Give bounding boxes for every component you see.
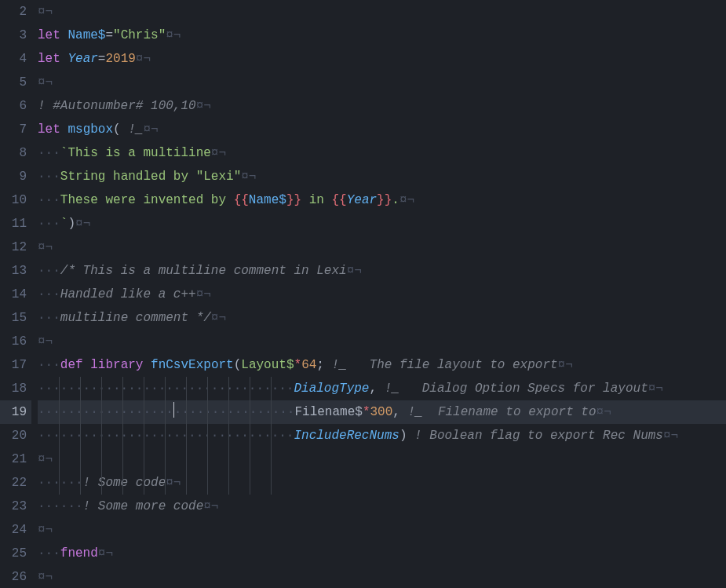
ws-token: ¤¬ xyxy=(38,240,53,254)
var-i-token: IncludeRecNums xyxy=(294,429,399,443)
code-line[interactable]: ······! Some more code¤¬ xyxy=(38,495,726,518)
kw-token: let xyxy=(38,28,60,42)
ws-token: ··· xyxy=(38,311,60,325)
line-number: 2 xyxy=(0,0,31,24)
plain-token xyxy=(143,358,151,372)
line-number: 25 xyxy=(0,542,31,565)
code-line[interactable]: ···fnend¤¬ xyxy=(38,542,726,565)
plain-token xyxy=(60,52,68,66)
code-line[interactable]: ···These were invented by {{Name$}} in {… xyxy=(38,188,726,212)
code-line[interactable]: ···def library fnCsvExport(Layout$*64; !… xyxy=(38,353,726,377)
plain-token xyxy=(60,122,68,137)
kw-token: let xyxy=(38,122,60,137)
num-token: 64 xyxy=(301,358,316,372)
ws-token: ·································· xyxy=(38,382,294,396)
cmt-bang-token: !_ The file layout to export xyxy=(332,358,558,372)
code-editor[interactable]: 2345678910111213141516171819202122232425… xyxy=(0,0,726,588)
ws-token: ¤¬ xyxy=(196,99,211,113)
code-line[interactable]: ···/* This is a multiline comment in Lex… xyxy=(38,259,726,283)
code-line[interactable]: ! #Autonumber# 100,10¤¬ xyxy=(38,94,726,118)
plain-token: ( xyxy=(113,122,128,137)
line-number: 6 xyxy=(0,94,31,118)
kw-token: def xyxy=(60,358,83,372)
code-line[interactable]: ¤¬ xyxy=(38,330,726,353)
code-line[interactable]: ······! Some code¤¬ xyxy=(38,471,726,495)
code-line[interactable]: ¤¬ xyxy=(38,447,726,471)
ws-token: ¤¬ xyxy=(38,5,53,19)
ws-token: ¤¬ xyxy=(347,264,362,278)
code-line[interactable]: ···Handled like a c++¤¬ xyxy=(38,283,726,306)
ws-token: ¤¬ xyxy=(38,570,53,584)
ws-token: ¤¬ xyxy=(166,28,181,42)
brace-token: }} xyxy=(377,193,392,207)
code-line[interactable]: ¤¬ xyxy=(38,236,726,259)
ws-token: ¤¬ xyxy=(38,452,53,466)
code-line[interactable]: ···String handled by "Lexi"¤¬ xyxy=(38,165,726,188)
str-token: . xyxy=(392,193,399,207)
ws-token: ¤¬ xyxy=(596,405,611,419)
code-line[interactable]: ···`This is a multiline¤¬ xyxy=(38,141,726,165)
line-number: 13 xyxy=(0,259,31,283)
code-line[interactable]: ¤¬ xyxy=(38,71,726,94)
ws-token: ··· xyxy=(38,287,60,301)
plain-token: ) xyxy=(399,429,414,443)
cmt-bang-token: ! #Autonumber# 100,10 xyxy=(38,99,196,113)
brace-token: {{ xyxy=(331,193,346,207)
code-line[interactable]: ¤¬ xyxy=(38,0,726,24)
line-number: 18 xyxy=(0,377,31,400)
ws-token: ······ xyxy=(38,499,83,513)
ws-token: ¤¬ xyxy=(399,193,414,207)
line-number: 16 xyxy=(0,330,31,353)
code-area[interactable]: ¤¬let Name$="Chris"¤¬let Year=2019¤¬¤¬! … xyxy=(38,0,726,588)
ws-token: ¤¬ xyxy=(211,311,226,325)
cmt-token: Handled like a c++ xyxy=(60,287,196,301)
line-number: 17 xyxy=(0,353,31,377)
fnname-token: fnCsvExport xyxy=(151,358,234,372)
code-line[interactable]: ··································Dialog… xyxy=(38,377,726,400)
ws-token: ······ xyxy=(38,476,83,490)
var-token: Name$ xyxy=(67,28,105,42)
line-number: 26 xyxy=(0,565,31,588)
line-number: 11 xyxy=(0,212,31,236)
code-line[interactable]: let msgbox( !_¤¬ xyxy=(38,118,726,141)
code-line[interactable]: ¤¬ xyxy=(38,565,726,588)
code-line[interactable]: let Name$="Chris"¤¬ xyxy=(38,24,726,47)
code-line[interactable]: ¤¬ xyxy=(38,518,726,542)
plain-token: = xyxy=(98,52,106,66)
kw-token: let xyxy=(38,52,60,66)
plain-token xyxy=(83,358,91,372)
line-number: 14 xyxy=(0,283,31,306)
line-number: 24 xyxy=(0,518,31,542)
line-number: 4 xyxy=(0,47,31,71)
str-token: "Chris" xyxy=(113,28,166,42)
kw-token: fnend xyxy=(60,546,98,561)
cmt-bang-token: !_ Dialog Option Specs for layout xyxy=(385,382,648,396)
str-token: `This is a multiline xyxy=(60,146,211,160)
ws-token: ¤¬ xyxy=(203,499,218,513)
plain-token xyxy=(60,28,68,42)
fnname-token: msgbox xyxy=(67,122,113,137)
var-i-token: Year xyxy=(67,52,97,66)
ws-token: ··· xyxy=(38,264,60,278)
code-line[interactable]: let Year=2019¤¬ xyxy=(38,47,726,71)
code-line[interactable]: ···`)¤¬ xyxy=(38,212,726,236)
ws-token: ¤¬ xyxy=(143,122,158,137)
line-number: 23 xyxy=(0,495,31,518)
str-token: in xyxy=(301,193,331,207)
ws-token: ················ xyxy=(174,405,295,419)
cmt-bang-token: ! Some more code xyxy=(83,499,204,513)
brace-token: {{ xyxy=(234,193,249,207)
ws-token: ··· xyxy=(38,546,60,561)
comma-token: , xyxy=(392,405,407,419)
cmt-bang-token: !_ Filename to export to xyxy=(408,405,596,419)
code-line[interactable]: ···multiline comment */¤¬ xyxy=(38,306,726,330)
code-line[interactable]: ··································Filena… xyxy=(38,400,726,424)
num-token: 300 xyxy=(370,405,392,419)
ws-token: ··· xyxy=(38,217,60,231)
plain-token: ) xyxy=(67,217,75,231)
var-i-token: Year xyxy=(347,193,377,207)
line-number: 21 xyxy=(0,447,31,471)
str-token: String handled by "Lexi" xyxy=(60,170,241,184)
cmt-token: /* This is a multiline comment in Lexi xyxy=(60,264,347,278)
code-line[interactable]: ··································Includ… xyxy=(38,424,726,447)
